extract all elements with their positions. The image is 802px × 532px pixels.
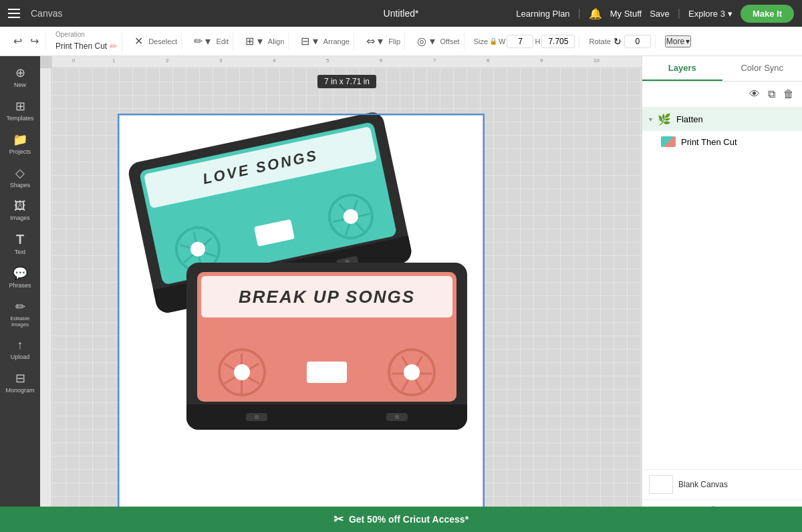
offset-label: Offset: [440, 37, 460, 45]
deselect-group: ✕ Deselect: [128, 32, 182, 50]
app-title: Canvas: [31, 8, 62, 19]
text-icon: T: [16, 232, 24, 247]
flip-label: Flip: [388, 37, 400, 45]
doc-title: Untitled*: [384, 8, 419, 19]
panel-toolbar: 👁 ⧉ 🗑: [642, 82, 802, 108]
rotate-input[interactable]: [624, 35, 651, 48]
blank-canvas-label: Blank Canvas: [678, 480, 728, 489]
explore-button[interactable]: Explore 3 ▾: [688, 9, 732, 19]
h-label: H: [535, 37, 540, 45]
toolbar: ↩ ↪ Operation Print Then Cut ✏ ✕ Deselec…: [0, 27, 802, 56]
shapes-icon: ◇: [15, 166, 25, 180]
sidebar-item-images[interactable]: 🖼 Images: [0, 195, 40, 225]
layer-item-flatten[interactable]: ▾ 🌿 Flatten: [642, 108, 802, 131]
edit-label: Edit: [216, 37, 229, 45]
sidebar-item-phrases[interactable]: 💬 Phrases: [0, 262, 40, 293]
size-label: Size: [474, 37, 488, 45]
arrange-button[interactable]: ⊟ ▾: [298, 32, 320, 50]
more-group[interactable]: More ▾: [661, 35, 695, 47]
panel-copy-button[interactable]: ⧉: [765, 86, 778, 103]
panel-eye-button[interactable]: 👁: [747, 86, 763, 103]
explore-label: Explore 3: [688, 9, 725, 19]
operation-label: Operation: [55, 31, 85, 38]
deselect-button[interactable]: ✕: [132, 32, 146, 50]
w-label: W: [499, 37, 505, 45]
operation-group: Operation Print Then Cut ✏: [51, 31, 122, 51]
menu-button[interactable]: [8, 9, 20, 18]
canvas-size-label: 7 in x 7.71 in: [317, 75, 376, 88]
panel-tabs: Layers Color Sync: [642, 56, 802, 82]
align-button[interactable]: ⊞ ▾: [243, 32, 265, 50]
flip-button[interactable]: ⇔ ▾: [364, 32, 386, 50]
align-label: Align: [268, 37, 284, 45]
chevron-down-icon: ▾: [686, 37, 690, 46]
offset-group: ◎ ▾ Offset: [410, 32, 464, 50]
more-button[interactable]: More ▾: [665, 35, 691, 47]
blank-canvas-row: Blank Canvas: [642, 470, 802, 499]
edit-icon[interactable]: ✏: [110, 41, 118, 51]
tab-color-sync[interactable]: Color Sync: [722, 56, 803, 81]
main-area: ⊕ New ⊞ Templates 📁 Projects ◇ Shapes 🖼 …: [0, 56, 802, 532]
ruler-horizontal: 0 1 2 3 4 5 6 7 8 9 10 11: [52, 56, 642, 68]
panel-delete-button[interactable]: 🗑: [781, 86, 797, 103]
arrange-group: ⊟ ▾ Arrange: [294, 32, 354, 50]
sidebar-item-monogram[interactable]: ⊟ Monogram: [0, 367, 40, 398]
tape1-label-text: LOVE SONGS: [201, 147, 319, 188]
rotate-icon: ↻: [614, 36, 622, 47]
my-stuff-link[interactable]: My Stuff: [610, 9, 642, 19]
scissors-icon: ✂: [333, 512, 344, 527]
flatten-icon: 🌿: [658, 113, 671, 126]
layer-item-print-then-cut[interactable]: Print Then Cut: [642, 131, 802, 152]
operation-text: Print Then Cut: [55, 41, 107, 51]
undo-button[interactable]: ↩: [11, 32, 25, 50]
save-button[interactable]: Save: [650, 9, 670, 19]
sidebar-item-shapes[interactable]: ◇ Shapes: [0, 162, 40, 192]
tape2-label-text: BREAK UP SONGS: [239, 287, 415, 307]
promo-text: Get 50% off Cricut Access*: [349, 514, 469, 525]
edit-group: ✏ ▾ Edit: [187, 32, 233, 50]
layers-list: ▾ 🌿 Flatten Print Then Cut: [642, 108, 802, 469]
chevron-down-icon: ▾: [728, 9, 732, 19]
flip-group: ⇔ ▾ Flip: [360, 32, 405, 50]
tab-layers[interactable]: Layers: [642, 56, 722, 81]
edit-button[interactable]: ✏ ▾: [191, 32, 213, 50]
sidebar-item-new[interactable]: ⊕ New: [0, 61, 40, 92]
sidebar-item-projects[interactable]: 📁 Projects: [0, 128, 40, 159]
expand-icon: ▾: [649, 116, 652, 123]
canvas-surface[interactable]: LOVE SONGS: [119, 115, 483, 513]
lock-icon[interactable]: 🔒: [489, 37, 497, 45]
sidebar-item-templates[interactable]: ⊞ Templates: [0, 95, 40, 126]
nav-right: Learning Plan | 🔔 My Stuff Save | Explor…: [516, 5, 794, 23]
images-icon: 🖼: [14, 199, 26, 213]
rotate-label: Rotate: [589, 37, 610, 45]
top-nav: Canvas Untitled* Learning Plan | 🔔 My St…: [0, 0, 802, 27]
height-input[interactable]: [541, 35, 575, 48]
sidebar-item-upload[interactable]: ↑ Upload: [0, 334, 40, 364]
promo-banner[interactable]: ✂ Get 50% off Cricut Access*: [0, 507, 802, 532]
sidebar-item-editable-images[interactable]: ✏ Editable Images: [0, 295, 40, 331]
divider2: |: [678, 7, 680, 19]
sidebar-item-text[interactable]: T Text: [0, 228, 40, 259]
tape2[interactable]: BREAK UP SONGS: [186, 263, 467, 430]
rotate-group: Rotate ↻: [585, 35, 655, 48]
upload-icon: ↑: [17, 338, 23, 352]
print-then-cut-icon: [661, 136, 676, 147]
offset-button[interactable]: ◎ ▾: [414, 32, 437, 50]
notification-icon[interactable]: 🔔: [589, 7, 602, 20]
new-icon: ⊕: [15, 65, 25, 80]
width-input[interactable]: [507, 35, 533, 48]
blank-canvas-preview: [649, 475, 673, 494]
editable-images-icon: ✏: [15, 299, 25, 314]
canvas-area[interactable]: 0 1 2 3 4 5 6 7 8 9 10 11 7 in x 7.71 in: [40, 56, 642, 532]
make-it-button[interactable]: Make It: [741, 5, 794, 23]
divider1: |: [578, 7, 581, 19]
align-group: ⊞ ▾ Align: [239, 32, 289, 50]
operation-value: Print Then Cut ✏: [55, 41, 118, 51]
arrange-label: Arrange: [323, 37, 350, 45]
undo-redo-group: ↩ ↪: [7, 32, 46, 50]
left-sidebar: ⊕ New ⊞ Templates 📁 Projects ◇ Shapes 🖼 …: [0, 56, 40, 532]
redo-button[interactable]: ↪: [27, 32, 41, 50]
phrases-icon: 💬: [13, 266, 27, 281]
print-then-cut-label: Print Then Cut: [681, 137, 795, 147]
flatten-label: Flatten: [676, 114, 795, 124]
